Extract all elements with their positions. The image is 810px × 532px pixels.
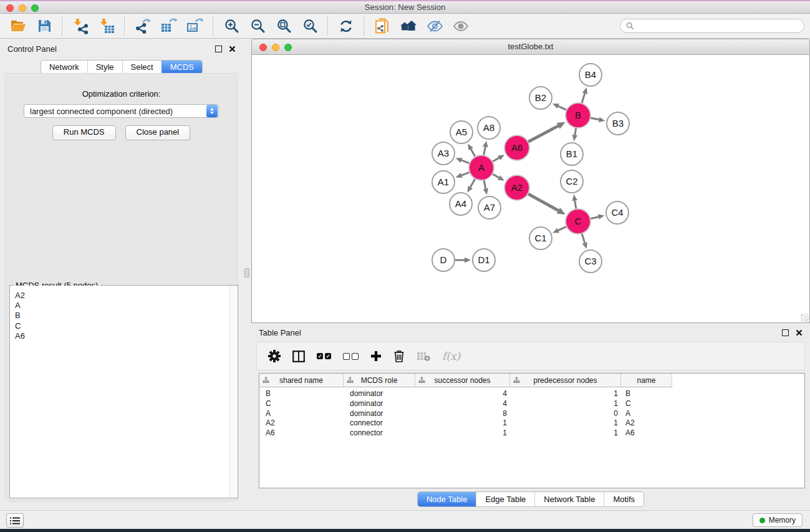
result-scrollbar[interactable] xyxy=(229,286,238,498)
float-table-panel-icon[interactable] xyxy=(782,329,789,336)
import-table-icon[interactable] xyxy=(94,16,120,37)
open-session-icon[interactable] xyxy=(5,16,31,37)
save-session-icon[interactable] xyxy=(31,16,57,37)
cell: dominator xyxy=(344,409,415,419)
cell: B xyxy=(259,389,344,399)
add-icon[interactable] xyxy=(370,351,382,362)
result-item[interactable]: B xyxy=(15,311,229,321)
memory-label: Memory xyxy=(769,516,796,525)
table-row[interactable]: A6connector11A6 xyxy=(259,428,804,438)
node-table[interactable]: shared nameMCDS rolesuccessor nodesprede… xyxy=(259,373,805,488)
delete-trash-icon[interactable] xyxy=(393,350,405,362)
desktop-background xyxy=(0,529,810,532)
table-row[interactable]: A2connector11A2 xyxy=(259,418,804,428)
cell: 1 xyxy=(510,399,621,409)
cell: A6 xyxy=(621,428,672,438)
show-columns-icon[interactable] xyxy=(292,351,305,362)
home-icon[interactable] xyxy=(395,16,422,37)
network-zoom-button[interactable] xyxy=(284,44,292,51)
cell: 4 xyxy=(415,399,510,409)
zoom-window-button[interactable] xyxy=(31,4,39,12)
svg-text:B2: B2 xyxy=(535,92,546,103)
search-icon xyxy=(626,22,634,30)
result-item[interactable]: A2 xyxy=(15,291,229,301)
cell: connector xyxy=(344,418,415,428)
cell: A2 xyxy=(259,418,344,428)
tab-style[interactable]: Style xyxy=(87,60,122,74)
result-item[interactable]: C xyxy=(15,321,229,331)
table-row[interactable]: Cdominator41C xyxy=(259,399,804,409)
close-table-panel-icon[interactable] xyxy=(796,329,803,336)
window-title: Session: New Session xyxy=(365,2,445,12)
float-panel-icon[interactable] xyxy=(215,46,222,52)
column-header-predecessor-nodes[interactable]: predecessor nodes xyxy=(510,374,621,387)
close-window-button[interactable] xyxy=(6,4,14,12)
hide-details-eye-icon[interactable] xyxy=(422,16,448,37)
tab-motifs[interactable]: Motifs xyxy=(604,492,644,506)
cell: 4 xyxy=(415,389,510,399)
import-network-icon[interactable] xyxy=(67,16,94,37)
zoom-in-icon[interactable] xyxy=(218,16,244,37)
tab-edge-table[interactable]: Edge Table xyxy=(476,492,534,506)
memory-button[interactable]: Memory xyxy=(753,513,803,527)
table-panel-title: Table Panel xyxy=(259,328,301,337)
search-input[interactable] xyxy=(637,21,798,31)
mcds-result-box: MCDS result (5 nodes) A2ABCA6 xyxy=(9,285,238,498)
table-settings-gear-icon[interactable] xyxy=(268,350,281,362)
column-header-name[interactable]: name xyxy=(621,374,672,387)
table-panel: Table Panel ✓✓ f(x) shared nameMCDS role… xyxy=(251,324,810,510)
result-item[interactable]: A xyxy=(15,301,229,311)
export-table-icon[interactable] xyxy=(156,16,182,37)
table-row[interactable]: Bdominator41B xyxy=(259,389,804,399)
minimize-window-button[interactable] xyxy=(19,4,26,12)
network-canvas[interactable]: B4B2BB3A8A5A6A3B1AA1C2A2A4A7C4CC1DD1C3 xyxy=(252,55,809,322)
window-titlebar: Session: New Session xyxy=(0,0,810,14)
cell: connector xyxy=(344,428,415,438)
cell: 1 xyxy=(510,418,621,428)
deselect-all-icon[interactable] xyxy=(343,353,359,360)
export-image-icon[interactable] xyxy=(182,16,208,37)
svg-text:A5: A5 xyxy=(456,127,467,137)
cell: 1 xyxy=(510,389,621,399)
svg-text:C1: C1 xyxy=(534,233,546,243)
cell: C xyxy=(259,399,344,409)
network-close-button[interactable] xyxy=(259,44,267,51)
optimization-criterion-label: Optimization criterion: xyxy=(6,89,237,99)
close-panel-icon[interactable] xyxy=(229,46,236,52)
close-panel-button[interactable]: Close panel xyxy=(125,125,191,140)
tab-network-table[interactable]: Network Table xyxy=(534,492,604,506)
cell: B xyxy=(621,389,672,399)
apply-layout-icon[interactable] xyxy=(333,16,359,37)
run-mcds-button[interactable]: Run MCDS xyxy=(52,125,116,140)
column-header-MCDS-role[interactable]: MCDS role xyxy=(344,374,415,387)
result-item[interactable]: A6 xyxy=(15,331,229,341)
resize-grip-icon[interactable] xyxy=(801,314,809,322)
tab-select[interactable]: Select xyxy=(122,60,162,74)
network-view[interactable]: B4B2BB3A8A5A6A3B1AA1C2A2A4A7C4CC1DD1C3 xyxy=(251,55,810,323)
network-window: testGlobe.txt B4B2BB3A8A5A6A3B1AA1C2A2A4… xyxy=(251,39,810,323)
svg-text:B4: B4 xyxy=(585,69,596,80)
tab-node-table[interactable]: Node Table xyxy=(418,492,476,506)
table-row[interactable]: Adominator80A xyxy=(259,409,804,419)
network-from-selection-icon[interactable] xyxy=(369,16,395,37)
splitter-handle[interactable] xyxy=(244,268,249,278)
svg-text:C2: C2 xyxy=(566,176,577,186)
criterion-dropdown[interactable]: largest connected component (directed) xyxy=(24,104,219,118)
export-network-icon[interactable] xyxy=(130,16,156,37)
tab-network[interactable]: Network xyxy=(41,60,87,74)
show-details-eye-icon[interactable] xyxy=(448,16,474,37)
cell: 1 xyxy=(510,428,621,438)
control-panel: Control Panel NetworkStyleSelectMCDS Opt… xyxy=(0,39,243,510)
column-header-shared-name[interactable]: shared name xyxy=(259,374,344,387)
search-field[interactable] xyxy=(620,19,804,33)
control-panel-tabs: NetworkStyleSelectMCDS xyxy=(41,60,203,74)
column-header-successor-nodes[interactable]: successor nodes xyxy=(415,374,510,387)
select-all-icon[interactable]: ✓✓ xyxy=(317,353,331,359)
task-history-button[interactable] xyxy=(6,513,24,528)
tab-mcds[interactable]: MCDS xyxy=(162,60,202,74)
table-header-row: shared nameMCDS rolesuccessor nodesprede… xyxy=(259,374,672,387)
network-minimize-button[interactable] xyxy=(272,44,279,51)
zoom-fit-icon[interactable] xyxy=(271,16,297,37)
zoom-selected-icon[interactable] xyxy=(297,16,323,37)
zoom-out-icon[interactable] xyxy=(244,16,271,37)
